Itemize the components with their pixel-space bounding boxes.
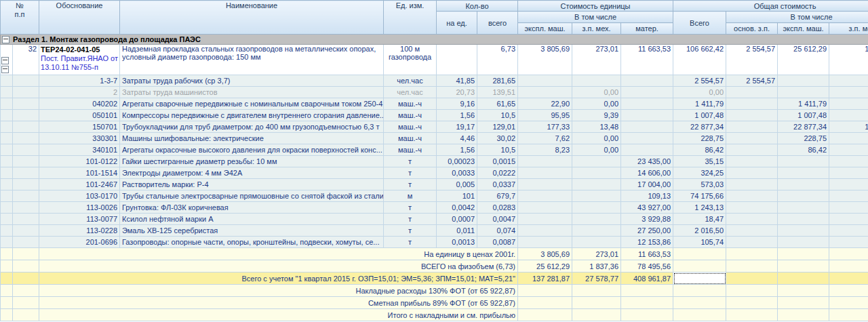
summary-unit-cost-mach[interactable] [518, 285, 572, 297]
cell-name[interactable]: Агрегаты окрасочные высокого давления дл… [120, 144, 384, 156]
collapse-section-icon[interactable] [2, 36, 9, 43]
cell-unit-cost-mech[interactable] [572, 225, 621, 237]
summary-unit-cost-mach[interactable]: 3 805,69 [518, 248, 572, 260]
cell-basis[interactable]: 101-0122 [39, 156, 120, 167]
cell-unit-cost-mach[interactable]: 177,33 [518, 121, 572, 133]
cell-qty-per[interactable]: 0,0033 [437, 167, 477, 179]
cell-name[interactable]: Трубоукладчики для труб диаметром: до 40… [120, 121, 384, 133]
cell-unit[interactable]: чел.час [384, 87, 437, 98]
summary-label[interactable]: Итого с накладными и см. прибылью [39, 309, 518, 321]
cell-qty-total[interactable]: 61,65 [477, 98, 518, 110]
cell-unit[interactable]: маш.-ч [384, 121, 437, 133]
summary-mach-total[interactable] [778, 309, 829, 321]
cell-mech-total[interactable]: 1 739,05 [829, 121, 868, 133]
cell-qty-per[interactable]: 0,011 [437, 225, 477, 237]
cell-total[interactable]: 86,42 [673, 144, 726, 156]
cell-total[interactable]: 324,25 [673, 167, 726, 179]
cell-total[interactable]: 1 243,13 [673, 202, 726, 214]
summary-unit-cost-mech[interactable] [572, 297, 621, 309]
cell-unit-cost-mach[interactable] [518, 167, 572, 179]
cell-basis[interactable]: 330301 [39, 133, 120, 144]
cell-qty-per[interactable]: 0,00023 [437, 156, 477, 167]
cell-unit-cost-mat[interactable]: 27 250,00 [621, 225, 673, 237]
summary-mach-total[interactable] [778, 248, 829, 260]
cell-mach-total[interactable] [778, 75, 829, 87]
cell-qty-total[interactable]: 0,0087 [477, 237, 518, 248]
cell-total[interactable]: 74 175,66 [673, 190, 726, 202]
cell-unit-cost-mat[interactable] [621, 98, 673, 110]
cell-row-number[interactable] [13, 179, 39, 190]
summary-base-salary[interactable] [726, 285, 778, 297]
cell-unit-cost-mat[interactable] [621, 87, 673, 98]
cell-mech-total[interactable]: 1 837,36 [829, 45, 868, 75]
summary-unit-cost-mach[interactable] [518, 309, 572, 321]
cell-unit-cost-mat[interactable] [621, 144, 673, 156]
cell-qty-total[interactable]: 139,51 [477, 87, 518, 98]
cell-unit-cost-mech[interactable] [572, 156, 621, 167]
cell-row-number[interactable] [13, 144, 39, 156]
cell-mech-total[interactable] [829, 144, 868, 156]
cell-unit[interactable]: т [384, 237, 437, 248]
cell-mach-total[interactable] [778, 214, 829, 225]
summary-mech-total[interactable] [829, 309, 868, 321]
cell-unit-cost-mat[interactable]: 14 606,00 [621, 167, 673, 179]
cell-row-number[interactable] [13, 190, 39, 202]
summary-unit-cost-mat[interactable] [621, 309, 673, 321]
cell-basis[interactable]: 150701 [39, 121, 120, 133]
collapse-item-icon[interactable] [1, 57, 9, 64]
cell-qty-total[interactable]: 0,0047 [477, 214, 518, 225]
summary-total-cell[interactable] [673, 273, 726, 285]
cell-unit-cost-mach[interactable] [518, 225, 572, 237]
cell-mach-total[interactable] [778, 167, 829, 179]
cell-qty-per[interactable]: 1,56 [437, 110, 477, 121]
cell-unit-cost-mach[interactable]: 7,62 [518, 133, 572, 144]
cell-qty-per[interactable]: 41,85 [437, 75, 477, 87]
cell-name[interactable]: Машины шлифовальные: электрические [120, 133, 384, 144]
cell-unit[interactable]: т [384, 179, 437, 190]
cell-base-salary[interactable] [726, 144, 778, 156]
cell-base-salary[interactable]: 2 554,57 [726, 75, 778, 87]
summary-label[interactable]: ВСЕГО на физобъем (6,73) [39, 260, 518, 273]
cell-unit-cost-mech[interactable]: 9,39 [572, 110, 621, 121]
cell-mach-total[interactable] [778, 202, 829, 214]
cell-qty-total[interactable]: 129,01 [477, 121, 518, 133]
cell-mech-total[interactable] [829, 110, 868, 121]
cell-mech-total[interactable] [829, 225, 868, 237]
cell-base-salary[interactable] [726, 133, 778, 144]
cell-unit-cost-mech[interactable] [572, 75, 621, 87]
cell-total[interactable]: 0,00 [673, 87, 726, 98]
cell-unit-cost-mech[interactable]: 273,01 [572, 45, 621, 75]
cell-mach-total[interactable] [778, 190, 829, 202]
cell-row-number[interactable] [13, 156, 39, 167]
cell-mach-total[interactable] [778, 225, 829, 237]
cell-name[interactable]: Затраты труда рабочих (ср 3,7) [120, 75, 384, 87]
summary-unit-cost-mech[interactable] [572, 309, 621, 321]
cell-qty-total[interactable]: 30,02 [477, 133, 518, 144]
summary-mech-total[interactable] [829, 297, 868, 309]
summary-unit-cost-mat[interactable]: 11 663,53 [621, 248, 673, 260]
cell-row-number[interactable] [13, 167, 39, 179]
cell-qty-per[interactable]: 4,46 [437, 133, 477, 144]
cell-unit-cost-mach[interactable] [518, 214, 572, 225]
summary-total-cell[interactable] [673, 285, 726, 297]
cell-mech-total[interactable] [829, 133, 868, 144]
cell-unit-cost-mach[interactable]: 22,90 [518, 98, 572, 110]
cell-qty-total[interactable]: 0,0337 [477, 179, 518, 190]
cell-total[interactable]: 1 007,48 [673, 110, 726, 121]
cell-unit-cost-mat[interactable]: 109,13 [621, 190, 673, 202]
cell-base-salary[interactable] [726, 121, 778, 133]
cell-mach-total[interactable]: 86,42 [778, 144, 829, 156]
summary-label[interactable]: Накладные расходы 130% ФОТ (от 65 922,87… [39, 285, 518, 297]
summary-mach-total[interactable] [778, 273, 829, 285]
cell-basis[interactable]: 340101 [39, 144, 120, 156]
cell-qty-per[interactable]: 0,0013 [437, 237, 477, 248]
cell-name[interactable]: Растворитель марки: Р-4 [120, 179, 384, 190]
cell-unit[interactable]: т [384, 167, 437, 179]
cell-unit-cost-mach[interactable]: 8,23 [518, 144, 572, 156]
cell-unit-cost-mech[interactable] [572, 190, 621, 202]
cell-unit-cost-mach[interactable] [518, 87, 572, 98]
summary-unit-cost-mat[interactable]: 78 495,56 [621, 260, 673, 273]
cell-qty-per[interactable]: 101 [437, 190, 477, 202]
cell-unit[interactable]: маш.-ч [384, 98, 437, 110]
cell-basis[interactable]: 1-3-7 [39, 75, 120, 87]
